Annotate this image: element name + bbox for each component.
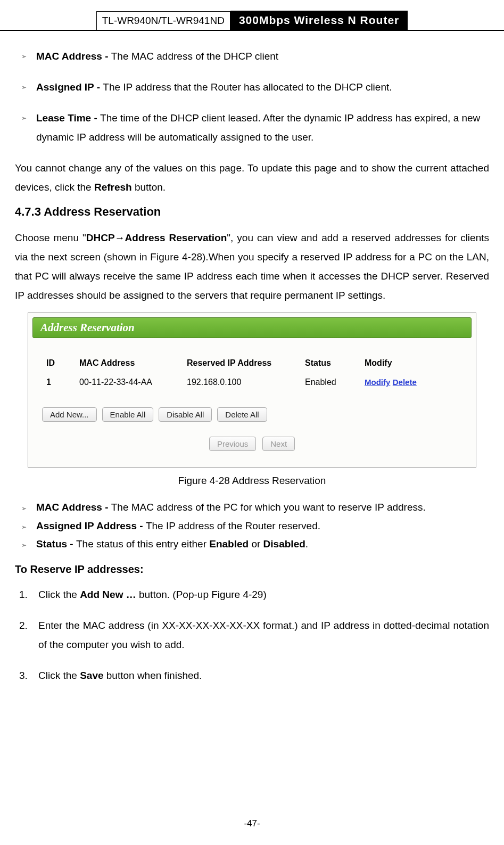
next-button[interactable]: Next	[262, 437, 295, 451]
figure-screenshot: Address Reservation ID MAC Address Reser…	[28, 313, 476, 467]
cell-modify: Modify Delete	[361, 373, 461, 391]
bullet-assigned-ip: ➢ Assigned IP - The IP address that the …	[21, 78, 489, 97]
section-heading: 4.7.3 Address Reservation	[15, 205, 489, 219]
howto-heading: To Reserve IP addresses:	[15, 563, 489, 576]
disable-all-button[interactable]: Disable All	[159, 407, 212, 422]
figure-caption: Figure 4-28 Address Reservation	[15, 475, 489, 487]
col-status: Status	[302, 354, 360, 372]
col-modify: Modify	[361, 354, 461, 372]
chevron-right-icon: ➢	[21, 504, 27, 515]
table-row: 1 00-11-22-33-44-AA 192.168.0.100 Enable…	[43, 373, 461, 391]
enable-all-button[interactable]: Enable All	[102, 407, 154, 422]
steps-list: 1. Click the Add New … button. (Pop-up F…	[19, 585, 489, 685]
cell-status: Enabled	[302, 373, 360, 391]
step-3: 3. Click the Save button when finished.	[19, 666, 489, 685]
panel-title: Address Reservation	[32, 317, 472, 338]
bullet-mac-address-2: ➢ MAC Address - The MAC address of the P…	[21, 501, 489, 515]
add-new-button[interactable]: Add New...	[42, 407, 97, 422]
refresh-paragraph: You cannot change any of the values on t…	[15, 159, 489, 197]
model-number: TL-WR940N/TL-WR941ND	[96, 11, 230, 30]
delete-link[interactable]: Delete	[393, 378, 417, 387]
action-button-row: Add New... Enable All Disable All Delete…	[42, 407, 462, 422]
bullet-mac-address: ➢ MAC Address - The MAC address of the D…	[21, 47, 489, 66]
reservation-table: ID MAC Address Reserved IP Address Statu…	[42, 353, 462, 392]
previous-button[interactable]: Previous	[209, 437, 256, 451]
arrow-right-icon	[115, 232, 125, 243]
page-number: -47-	[0, 818, 504, 829]
top-bullet-list: ➢ MAC Address - The MAC address of the D…	[21, 47, 489, 147]
bullet-status: ➢ Status - The status of this entry eith…	[21, 537, 489, 552]
col-ip: Reserved IP Address	[184, 354, 301, 372]
chevron-right-icon: ➢	[21, 541, 27, 552]
chevron-right-icon: ➢	[21, 523, 27, 534]
bottom-bullet-list: ➢ MAC Address - The MAC address of the P…	[21, 501, 489, 552]
modify-link[interactable]: Modify	[365, 378, 390, 387]
intro-paragraph: Choose menu "DHCPAddress Reservation", y…	[15, 228, 489, 305]
step-1: 1. Click the Add New … button. (Pop-up F…	[19, 585, 489, 604]
chevron-right-icon: ➢	[21, 51, 27, 66]
cell-id: 1	[43, 373, 75, 391]
cell-ip: 192.168.0.100	[184, 373, 301, 391]
bullet-assigned-ip-address: ➢ Assigned IP Address - The IP address o…	[21, 519, 489, 534]
page-header: TL-WR940N/TL-WR941ND 300Mbps Wireless N …	[0, 11, 504, 31]
bullet-lease-time: ➢ Lease Time - The time of the DHCP clie…	[21, 109, 489, 147]
col-id: ID	[43, 354, 75, 372]
pager-row: Previous Next	[42, 437, 462, 451]
chevron-right-icon: ➢	[21, 81, 27, 97]
product-name: 300Mbps Wireless N Router	[230, 11, 408, 30]
chevron-right-icon: ➢	[21, 112, 27, 147]
step-2: 2. Enter the MAC address (in XX-XX-XX-XX…	[19, 616, 489, 654]
table-header-row: ID MAC Address Reserved IP Address Statu…	[43, 354, 461, 372]
delete-all-button[interactable]: Delete All	[217, 407, 267, 422]
col-mac: MAC Address	[76, 354, 183, 372]
cell-mac: 00-11-22-33-44-AA	[76, 373, 183, 391]
